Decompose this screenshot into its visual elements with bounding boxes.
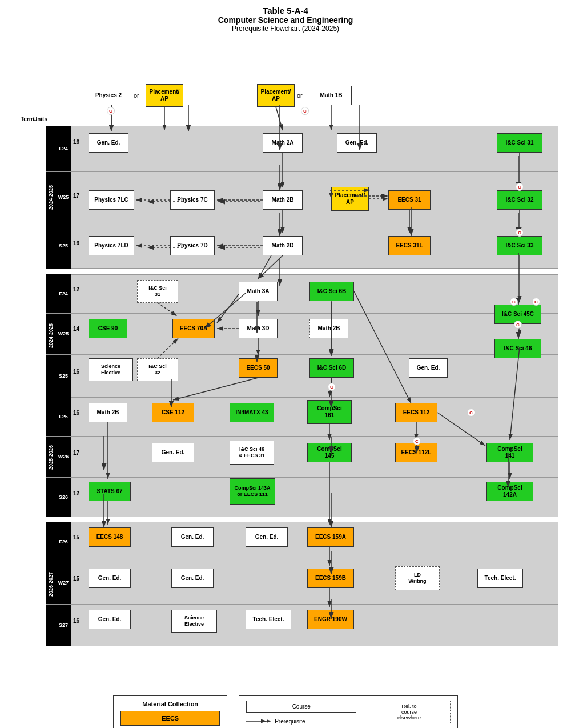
gen-ed-f26-1: Gen. Ed. [171, 527, 214, 547]
ic-sci-32-dashed-s25: I&C Sci32 [137, 358, 178, 381]
c-badge-ic31-32: C [516, 183, 524, 191]
placement-ap2-label: Placement/AP [261, 89, 291, 102]
placement-ap-w25: Placement/AP [331, 187, 369, 211]
tech-elect-w27: Tech. Elect. [477, 569, 523, 588]
c-badge-math1b: C [301, 107, 309, 115]
year-label-2026-2027: 2026-2027 [46, 522, 56, 646]
units-s25-s1: 16 [73, 240, 79, 246]
c-badge-physics2: C [107, 107, 115, 115]
legend-collection-title: Material Collection [120, 701, 220, 707]
math-2b-dashed-f25: Math 2B [89, 403, 127, 422]
math1b-label: Math 1B [320, 92, 343, 99]
year-label-2024-2025-b: 2024-2025 [46, 274, 56, 397]
year-label-2024-2025: 2024-2025 [46, 126, 56, 269]
placement-ap1-label: Placement/AP [150, 89, 180, 102]
in4matx-43: IN4MATX 43 [230, 403, 274, 422]
gen-ed-w26: Gen. Ed. [152, 443, 194, 462]
gen-ed-f24-2: Gen. Ed. [337, 133, 377, 153]
legend-eecs: EECS [120, 711, 220, 726]
gen-ed-s25: Gen. Ed. [409, 358, 448, 378]
term-w25-s2: W25 [56, 313, 71, 354]
ic-sci-46-eecs31: I&C Sci 46& EECS 31 [230, 441, 274, 465]
divider-s3-2 [46, 477, 558, 478]
gen-ed-w27-2: Gen. Ed. [171, 569, 214, 588]
c-badge-ic32-33: C [516, 229, 524, 237]
gen-ed-s27: Gen. Ed. [89, 610, 131, 629]
divider-s1-1 [46, 171, 558, 172]
science-elective-s25: ScienceElective [89, 358, 133, 381]
divider-s3-1 [46, 436, 558, 437]
c-badge-eecs112-112l: C [413, 437, 421, 445]
physics2-label: Physics 2 [95, 92, 122, 99]
science-elective-s27: ScienceElective [171, 610, 217, 633]
title-line3: Prerequisite Flowchart (2024-2025) [6, 25, 565, 33]
term-s25-s2: S25 [56, 354, 71, 397]
svg-marker-78 [267, 719, 271, 723]
term-f26: F26 [56, 522, 71, 562]
eecs-31l: EECS 31L [388, 236, 431, 255]
placement-ap1-box: Placement/AP [146, 84, 183, 107]
legend-prereq-label: Prerequisite [275, 718, 305, 725]
units-f24-s2: 12 [73, 286, 79, 293]
physics-7ld: Physics 7LD [89, 236, 134, 255]
divider-s2-2 [46, 354, 558, 355]
c-badge-eecs112-141: C [467, 409, 475, 417]
c-badge-ic32-45c: C [532, 298, 540, 306]
units-w26: 17 [73, 450, 79, 456]
compsci-143a: CompSci 143Aor EECS 111 [230, 478, 275, 505]
units-w25: 17 [73, 193, 79, 199]
divider-s1-2 [46, 223, 558, 223]
term-s25-s1: S25 [56, 223, 71, 269]
math-3d: Math 3D [239, 319, 278, 338]
term-w27: W27 [56, 562, 71, 604]
term-header: Term [21, 116, 34, 122]
units-w25-s2: 14 [73, 326, 79, 332]
placement-ap2-box: Placement/AP [257, 84, 295, 107]
engr-190w: ENGR 190W [307, 610, 354, 629]
term-f25: F25 [56, 397, 71, 436]
gen-ed-w27-1: Gen. Ed. [89, 569, 131, 588]
term-f24-s2: F24 [56, 274, 71, 313]
tech-elect-s27: Tech. Elect. [246, 610, 291, 629]
math1b-box: Math 1B [311, 86, 352, 105]
divider-s4-2 [46, 604, 558, 605]
eecs-159a: EECS 159A [307, 527, 354, 547]
eecs-31: EECS 31 [388, 190, 431, 210]
math-2a: Math 2A [263, 133, 303, 153]
ic-sci-46: I&C Sci 46 [494, 339, 541, 358]
compsci-145: CompSci145 [307, 443, 352, 462]
units-s27: 16 [73, 618, 79, 624]
title-line2: Computer Science and Engineering [6, 15, 565, 25]
units-label: Units [33, 116, 47, 122]
flowchart: Term Units Physics 2 or Placement/AP Pla… [11, 37, 560, 683]
math-2b: Math 2B [263, 190, 303, 210]
units-w27: 15 [73, 575, 79, 582]
physics-7lc: Physics 7LC [89, 190, 134, 210]
math-2b-dashed-w25: Math 2B [309, 319, 348, 338]
ld-writing: LDWriting [395, 566, 440, 590]
divider-s4-1 [46, 562, 558, 562]
ic-sci-6b: I&C Sci 6B [309, 282, 354, 301]
legend-prereq-item: Prerequisite [246, 717, 356, 725]
units-f26: 15 [73, 534, 79, 541]
eecs-148: EECS 148 [89, 527, 131, 547]
compsci-161: CompSci161 [307, 400, 352, 424]
cse-112: CSE 112 [152, 403, 194, 422]
year-label-2025-2026: 2025-2026 [46, 397, 56, 517]
math-2d: Math 2D [263, 236, 303, 255]
ic-sci-32: I&C Sci 32 [497, 190, 542, 210]
stats-67: STATS 67 [89, 482, 131, 501]
term-s27: S27 [56, 604, 71, 646]
ic-sci-33: I&C Sci 33 [497, 236, 542, 255]
term-f24-s1: F24 [56, 126, 71, 171]
c-badge-ic33-45c: C [510, 298, 518, 306]
term-label: Term [21, 116, 34, 122]
units-s25-s2: 16 [73, 369, 79, 375]
term-s26: S26 [56, 477, 71, 517]
physics-7d: Physics 7D [170, 236, 215, 255]
eecs-159b: EECS 159B [307, 569, 354, 588]
units-header: Units [33, 116, 47, 122]
eecs-112: EECS 112 [395, 403, 437, 422]
physics-7c: Physics 7C [170, 190, 215, 210]
or1-text: or [134, 92, 139, 99]
